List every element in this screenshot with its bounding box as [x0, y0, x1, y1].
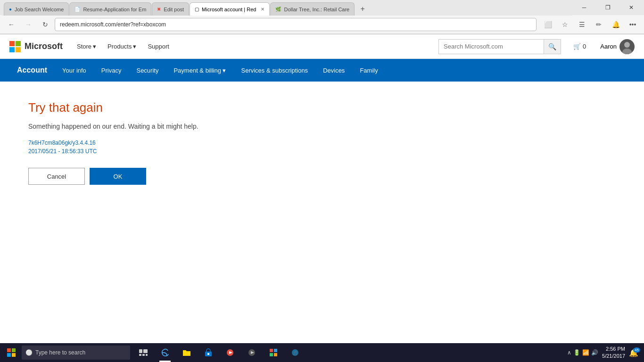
nav-store[interactable]: Store ▾ — [72, 40, 101, 53]
error-timestamp[interactable]: 2017/05/21 - 18:56:33 UTC — [28, 148, 616, 155]
svg-point-0 — [624, 42, 630, 48]
tab-resume[interactable]: 📄 Resume-Application for Em — [69, 2, 151, 16]
ok-button[interactable]: OK — [90, 168, 146, 185]
error-title: Try that again — [28, 100, 616, 115]
account-nav-privacy[interactable]: Privacy — [94, 59, 129, 82]
account-nav-devices[interactable]: Devices — [315, 59, 352, 82]
tab-favicon: 📄 — [74, 7, 80, 12]
account-nav-family-label: Family — [360, 67, 378, 74]
nav-products-arrow: ▾ — [133, 43, 136, 50]
search-button[interactable]: 🔍 — [544, 40, 561, 54]
account-nav-payment[interactable]: Payment & billing ▾ — [166, 59, 233, 82]
hub-button[interactable]: ☰ — [574, 17, 589, 32]
more-button[interactable]: ••• — [625, 17, 640, 32]
minimize-button[interactable]: ─ — [573, 0, 595, 15]
tab-microsoft-account[interactable]: ▢ Microsoft account | Red ✕ — [190, 2, 270, 16]
account-nav-security-label: Security — [136, 67, 158, 74]
microsoft-header: Microsoft Store ▾ Products ▾ Support 🔍 🛒… — [0, 34, 644, 59]
button-row: Cancel OK — [28, 168, 616, 185]
cart[interactable]: 🛒 0 — [573, 43, 586, 50]
favorites-button[interactable]: ☆ — [557, 17, 572, 32]
restore-button[interactable]: ❐ — [597, 0, 619, 15]
error-code[interactable]: 7k6H7cm8a06gk/y3.4.4.16 — [28, 140, 616, 146]
tab-job-search[interactable]: ● Job Search Welcome — [4, 2, 69, 16]
navigation-bar: ← → ↻ redeem.microsoft.com/enter?ref=xbo… — [0, 15, 644, 34]
tab-favicon: ● — [9, 7, 12, 12]
browser-nav-icons: ⬜ ☆ ☰ ✏ 🔔 ••• — [540, 17, 640, 32]
nav-products[interactable]: Products ▾ — [103, 40, 141, 53]
search-input[interactable] — [439, 40, 544, 54]
microsoft-nav: Store ▾ Products ▾ Support — [72, 40, 174, 53]
user-name: Aaron — [600, 43, 617, 50]
account-nav-your-info[interactable]: Your info — [55, 59, 94, 82]
tab-favicon: ✖ — [157, 7, 161, 12]
user-menu[interactable]: Aaron — [600, 39, 635, 54]
new-tab-button[interactable]: + — [356, 2, 369, 16]
forward-button[interactable]: → — [21, 17, 36, 32]
address-bar[interactable]: redeem.microsoft.com/enter?ref=xboxcom — [55, 18, 537, 31]
window-controls: ─ ❐ ✕ — [573, 0, 642, 15]
account-nav-account[interactable]: Account — [9, 59, 55, 82]
cart-icon: 🛒 — [573, 43, 581, 50]
tab-label: Dollar Tree, Inc.: Retail Care — [284, 7, 349, 12]
main-content: Try that again Something happened on our… — [0, 82, 644, 204]
tab-label: Resume-Application for Em — [83, 7, 146, 12]
microsoft-logo[interactable]: Microsoft — [9, 41, 63, 52]
nav-store-arrow: ▾ — [93, 43, 96, 50]
account-nav: Account Your info Privacy Security Payme… — [0, 59, 644, 82]
nav-products-label: Products — [107, 43, 132, 50]
tab-label: Edit post — [164, 7, 184, 12]
account-nav-devices-label: Devices — [323, 67, 345, 74]
reading-view-button[interactable]: ⬜ — [540, 17, 555, 32]
tab-dollar-tree[interactable]: 🌿 Dollar Tree, Inc.: Retail Care — [270, 2, 355, 16]
tab-close-button[interactable]: ✕ — [261, 7, 264, 12]
tab-favicon: 🌿 — [275, 7, 281, 12]
back-button[interactable]: ← — [4, 17, 19, 32]
cancel-button[interactable]: Cancel — [28, 168, 85, 185]
refresh-button[interactable]: ↻ — [38, 17, 53, 32]
cart-count: 0 — [583, 43, 586, 50]
nav-support[interactable]: Support — [143, 40, 174, 53]
svg-point-1 — [622, 49, 632, 54]
account-nav-your-info-label: Your info — [62, 67, 86, 74]
logo-sq-yellow — [16, 47, 21, 52]
title-bar: ● Job Search Welcome 📄 Resume-Applicatio… — [0, 0, 644, 15]
cortana-button[interactable]: 🔔 — [608, 17, 623, 32]
account-nav-services[interactable]: Services & subscriptions — [234, 59, 316, 82]
account-nav-payment-label: Payment & billing ▾ — [173, 67, 226, 74]
account-nav-services-label: Services & subscriptions — [241, 67, 308, 74]
account-nav-family[interactable]: Family — [352, 59, 385, 82]
account-nav-account-label: Account — [17, 66, 47, 74]
tab-label: Job Search Welcome — [15, 7, 64, 12]
tab-bar: ● Job Search Welcome 📄 Resume-Applicatio… — [2, 0, 572, 16]
user-avatar — [619, 39, 635, 54]
logo-sq-green — [16, 41, 21, 46]
tab-label: Microsoft account | Red — [202, 7, 256, 12]
logo-sq-red — [9, 41, 15, 46]
logo-sq-blue — [9, 47, 15, 52]
nav-support-label: Support — [148, 43, 169, 50]
account-nav-security[interactable]: Security — [129, 59, 166, 82]
tab-edit-post[interactable]: ✖ Edit post — [152, 2, 189, 16]
close-button[interactable]: ✕ — [620, 0, 642, 15]
address-text: redeem.microsoft.com/enter?ref=xboxcom — [60, 21, 166, 28]
error-message: Something happened on our end. Waiting a… — [28, 123, 616, 130]
tab-favicon: ▢ — [195, 7, 199, 12]
search-bar: 🔍 — [438, 39, 561, 54]
microsoft-logo-squares — [9, 41, 21, 52]
web-notes-button[interactable]: ✏ — [591, 17, 606, 32]
account-nav-privacy-label: Privacy — [101, 67, 122, 74]
nav-store-label: Store — [77, 43, 91, 50]
microsoft-logo-text: Microsoft — [25, 41, 63, 51]
